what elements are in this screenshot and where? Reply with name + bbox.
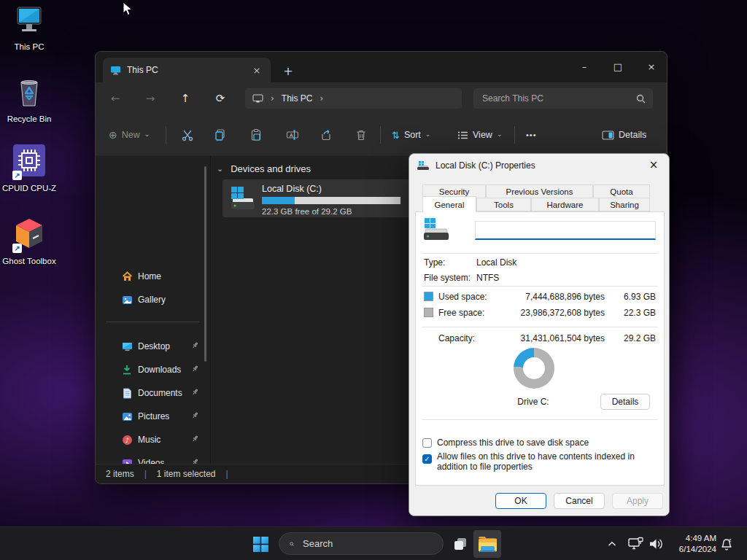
view-button[interactable]: View ⌄ [452, 123, 508, 147]
sidebar-item-documents[interactable]: Documents [101, 383, 205, 403]
sidebar-item-label: Desktop [138, 341, 170, 351]
tray-network-button[interactable] [627, 527, 644, 560]
taskbar-search[interactable] [279, 532, 444, 555]
toolbar-separator [514, 126, 515, 144]
tab-title: This PC [127, 65, 158, 75]
copy-button[interactable] [209, 123, 232, 147]
ghost-toolbox-icon: ↗ [12, 216, 47, 254]
desktop-icon-recycle-bin[interactable]: Recycle Bin [0, 75, 58, 124]
start-button[interactable] [248, 532, 273, 556]
sidebar-scrollbar[interactable] [204, 166, 206, 362]
task-view-button[interactable] [448, 532, 473, 556]
volume-label-input[interactable] [475, 221, 656, 240]
pin-icon [191, 411, 199, 421]
gallery-icon [121, 294, 133, 306]
maximize-button[interactable]: □ [601, 52, 635, 81]
sidebar-item-home[interactable]: Home [101, 266, 205, 287]
desktop: This PC Recycle Bin [0, 0, 747, 560]
desktop-icon-this-pc[interactable]: This PC [0, 4, 58, 52]
share-icon [320, 128, 333, 141]
details-label: Details [619, 130, 646, 140]
section-devices-and-drives[interactable]: ⌄ Devices and drives [217, 163, 311, 174]
mouse-cursor [123, 1, 133, 20]
tab-close-icon[interactable]: × [250, 63, 263, 77]
dialog-footer: OK Cancel Apply [409, 484, 669, 516]
chevron-down-icon: ⌄ [425, 131, 431, 138]
pin-icon [191, 435, 199, 445]
dialog-close-button[interactable]: × [638, 154, 669, 176]
new-button[interactable]: ⊕ New ⌄ [103, 123, 155, 147]
drive-free-space-text: 22.3 GB free of 29.2 GB [262, 207, 352, 216]
taskbar-search-input[interactable] [301, 537, 433, 550]
sidebar-item-downloads[interactable]: Downloads [101, 359, 205, 380]
desktop-icon-ghost-toolbox[interactable]: ↗ Ghost Toolbox [0, 216, 58, 266]
sidebar-item-pictures[interactable]: Pictures [101, 406, 205, 427]
shortcut-arrow-icon: ↗ [12, 244, 22, 253]
tray-clock[interactable]: 4:49 AM 6/14/2024 [668, 533, 716, 555]
plus-circle-icon: ⊕ [109, 129, 117, 141]
explorer-toolbar: ⊕ New ⌄ [96, 114, 667, 156]
drive-item-local-disk-c[interactable]: Local Disk (C:) 22.3 GB free of 29.2 GB [222, 179, 414, 217]
up-button[interactable]: ↑ [174, 87, 197, 110]
windows-logo-icon [253, 537, 268, 552]
tab-general[interactable]: General [422, 196, 476, 212]
rename-button[interactable]: A [281, 123, 304, 147]
explorer-tab[interactable]: This PC × [103, 58, 271, 82]
compress-checkbox-label[interactable]: Compress this drive to save disk space [437, 438, 657, 448]
trash-icon [355, 128, 368, 141]
tab-hardware[interactable]: Hardware [531, 198, 599, 211]
scissors-icon [181, 128, 194, 141]
refresh-button[interactable]: ⟳ [209, 87, 232, 110]
forward-button[interactable]: → [139, 87, 162, 110]
apply-button[interactable]: Apply [612, 493, 663, 509]
back-button[interactable]: ← [104, 87, 127, 110]
tray-show-hidden-icons[interactable] [608, 527, 616, 560]
paste-button[interactable] [244, 123, 268, 147]
explorer-search[interactable] [473, 88, 653, 109]
sort-button[interactable]: ⇅ Sort ⌄ [386, 123, 436, 147]
minimize-button[interactable]: – [568, 52, 601, 81]
search-input[interactable] [481, 93, 636, 104]
view-label: View [473, 130, 492, 140]
share-button[interactable] [314, 123, 338, 147]
sidebar-item-music[interactable]: ♪ Music [101, 429, 205, 450]
compress-checkbox[interactable]: ✓ [422, 438, 432, 448]
tab-previous-versions[interactable]: Previous Versions [486, 184, 593, 198]
dialog-titlebar[interactable]: Local Disk (C:) Properties × [409, 154, 669, 177]
desktop-icon-cpuz[interactable]: ↗ CPUID CPU-Z [0, 143, 58, 193]
new-tab-button[interactable]: + [279, 62, 297, 79]
chevron-down-icon: ⌄ [497, 131, 503, 138]
sidebar-item-gallery[interactable]: Gallery [101, 289, 205, 310]
explorer-titlebar[interactable]: This PC × + – □ × [96, 52, 667, 82]
delete-button[interactable] [349, 123, 373, 147]
desktop-icon-label: CPUID CPU-Z [2, 184, 56, 193]
cut-button[interactable] [176, 123, 199, 147]
tab-sharing[interactable]: Sharing [599, 198, 650, 211]
sidebar-item-label: Downloads [138, 365, 181, 375]
monitor-icon [110, 66, 121, 75]
more-options-button[interactable]: ••• [520, 123, 543, 147]
drive-name: Local Disk (C:) [262, 184, 322, 194]
details-button[interactable]: Details [600, 394, 650, 410]
tab-tools[interactable]: Tools [476, 198, 531, 211]
sidebar-item-desktop[interactable]: Desktop [101, 336, 205, 357]
clipboard-icon [249, 128, 263, 141]
copy-icon [214, 128, 227, 141]
close-button[interactable]: × [635, 52, 667, 81]
new-label: New [122, 130, 140, 140]
cancel-button[interactable]: Cancel [554, 493, 605, 509]
free-space-label: Free space: [438, 308, 484, 318]
tab-quota[interactable]: Quota [593, 184, 650, 198]
details-pane-button[interactable]: Details [596, 123, 652, 147]
tray-volume-button[interactable] [649, 527, 664, 560]
breadcrumb-item[interactable]: This PC [282, 93, 313, 104]
divider [422, 419, 657, 420]
ok-button[interactable]: OK [495, 493, 546, 509]
index-checkbox-label[interactable]: Allow files on this drive to have conten… [437, 451, 657, 472]
chevron-up-icon [608, 541, 616, 547]
file-explorer-taskbar-button[interactable] [473, 530, 501, 558]
index-checkbox[interactable]: ✓ [422, 454, 432, 464]
breadcrumb[interactable]: › This PC › [245, 88, 462, 109]
tray-notifications-button[interactable]: z [719, 527, 734, 560]
chevron-down-icon[interactable]: ⌄ [217, 164, 223, 174]
